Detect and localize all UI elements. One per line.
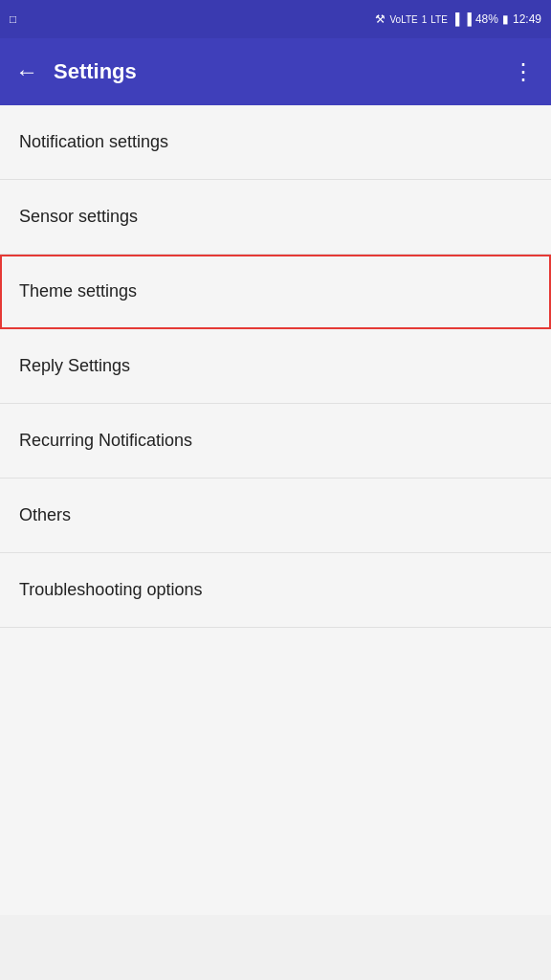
app-bar-left: ← Settings [15, 58, 137, 85]
battery-icon: ▮ [502, 12, 509, 26]
page-title: Settings [54, 59, 137, 84]
alarm-icon: ⚒ [375, 12, 386, 26]
settings-item-others[interactable]: Others [0, 479, 551, 553]
battery-percent: 48% [475, 12, 498, 26]
settings-item-notification[interactable]: Notification settings [0, 105, 551, 180]
signal-icon: ▐ [463, 12, 472, 26]
status-bar: □ ⚒ VoLTE 1 LTE ▐ ▐ 48% ▮ 12:49 [0, 0, 551, 38]
back-button[interactable]: ← [15, 58, 38, 85]
settings-item-recurring[interactable]: Recurring Notifications [0, 404, 551, 479]
settings-item-label: Troubleshooting options [19, 580, 202, 600]
settings-item-troubleshooting[interactable]: Troubleshooting options [0, 553, 551, 628]
settings-item-label: Notification settings [19, 132, 168, 152]
settings-list: Notification settings Sensor settings Th… [0, 105, 551, 628]
app-bar: ← Settings ⋮ [0, 38, 551, 105]
status-bar-left: □ [10, 12, 16, 26]
lte-icon: LTE [430, 14, 448, 25]
settings-item-theme[interactable]: Theme settings [0, 255, 551, 329]
settings-item-reply[interactable]: Reply Settings [0, 329, 551, 404]
settings-item-label: Reply Settings [19, 356, 130, 376]
more-options-button[interactable]: ⋮ [512, 58, 536, 85]
empty-content-area [0, 628, 551, 915]
status-bar-right: ⚒ VoLTE 1 LTE ▐ ▐ 48% ▮ 12:49 [375, 12, 541, 26]
settings-item-label: Sensor settings [19, 207, 138, 227]
screenshot-icon: □ [10, 12, 16, 26]
settings-item-label: Theme settings [19, 281, 137, 301]
more-icon: ⋮ [512, 58, 536, 85]
signal-bars-icon: ▐ [452, 12, 460, 26]
settings-item-label: Recurring Notifications [19, 431, 192, 451]
time-display: 12:49 [513, 12, 541, 26]
sim-icon: 1 [422, 14, 428, 25]
settings-item-label: Others [19, 505, 71, 525]
back-icon: ← [15, 58, 38, 85]
settings-item-sensor[interactable]: Sensor settings [0, 180, 551, 255]
volte-icon: VoLTE [389, 14, 417, 25]
